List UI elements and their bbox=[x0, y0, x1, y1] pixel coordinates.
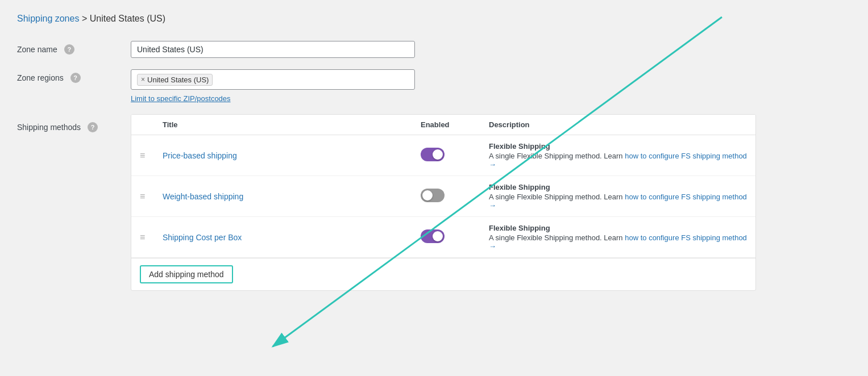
header-enabled: Enabled bbox=[421, 120, 489, 129]
header-drag bbox=[140, 120, 163, 129]
fs-config-link-1[interactable]: how to configure FS shipping method → bbox=[489, 152, 747, 169]
table-row: ≡ Price-based shipping Flexible Shipping bbox=[131, 135, 755, 176]
shipping-methods-help-icon[interactable]: ? bbox=[88, 122, 98, 132]
breadcrumb: Shipping zones > United States (US) bbox=[17, 14, 851, 24]
shipping-zones-link[interactable]: Shipping zones bbox=[17, 14, 79, 23]
zone-name-input[interactable] bbox=[131, 41, 415, 58]
fs-config-link-2[interactable]: how to configure FS shipping method → bbox=[489, 193, 747, 210]
drag-handle-icon[interactable]: ≡ bbox=[140, 151, 163, 161]
header-title: Title bbox=[163, 120, 421, 129]
weight-based-shipping-link[interactable]: Weight-based shipping bbox=[163, 192, 243, 201]
breadcrumb-separator: > bbox=[82, 14, 90, 23]
add-shipping-method-button[interactable]: Add shipping method bbox=[140, 265, 233, 283]
zone-name-content bbox=[131, 41, 851, 58]
table-row: ≡ Shipping Cost per Box Flexible Shippin… bbox=[131, 217, 755, 258]
shipping-methods-content: Title Enabled Description ≡ Price-based … bbox=[131, 114, 851, 291]
region-tag-remove[interactable]: × bbox=[141, 76, 145, 83]
toggle-cell-3 bbox=[421, 229, 489, 245]
toggle-cell-2 bbox=[421, 189, 489, 204]
zone-regions-content: × United States (US) Limit to specific Z… bbox=[131, 69, 851, 103]
shipping-methods-table: Title Enabled Description ≡ Price-based … bbox=[131, 114, 756, 291]
toggle-cost-per-box[interactable] bbox=[421, 229, 445, 243]
zone-name-help-icon[interactable]: ? bbox=[64, 44, 74, 55]
shipping-methods-label: Shipping methods ? bbox=[17, 114, 131, 132]
method-desc-2: Flexible Shipping A single Flexible Ship… bbox=[489, 183, 747, 210]
limit-zip-link[interactable]: Limit to specific ZIP/postcodes bbox=[131, 94, 851, 103]
drag-handle-icon[interactable]: ≡ bbox=[140, 232, 163, 243]
shipping-methods-footer: Add shipping method bbox=[131, 258, 755, 290]
zone-regions-input[interactable]: × United States (US) bbox=[131, 69, 415, 90]
shipping-methods-header: Title Enabled Description bbox=[131, 115, 755, 135]
method-desc-1: Flexible Shipping A single Flexible Ship… bbox=[489, 142, 747, 169]
zone-regions-help-icon[interactable]: ? bbox=[70, 73, 81, 83]
method-desc-3: Flexible Shipping A single Flexible Ship… bbox=[489, 224, 747, 250]
zone-name-label: Zone name ? bbox=[17, 41, 131, 55]
toggle-cell-1 bbox=[421, 148, 489, 163]
method-title-cell: Price-based shipping bbox=[163, 151, 421, 160]
zone-name-row: Zone name ? bbox=[17, 35, 851, 64]
zone-regions-row: Zone regions ? × United States (US) Limi… bbox=[17, 64, 851, 108]
method-title-cell: Shipping Cost per Box bbox=[163, 233, 421, 242]
fs-config-link-3[interactable]: how to configure FS shipping method → bbox=[489, 233, 747, 250]
zone-regions-label: Zone regions ? bbox=[17, 69, 131, 83]
toggle-weight-based[interactable] bbox=[421, 189, 445, 202]
shipping-methods-row: Shipping methods ? Title Enabled Descrip… bbox=[17, 108, 851, 296]
header-description: Description bbox=[489, 120, 747, 129]
breadcrumb-current: United States (US) bbox=[90, 14, 165, 23]
shipping-cost-per-box-link[interactable]: Shipping Cost per Box bbox=[163, 233, 242, 242]
price-based-shipping-link[interactable]: Price-based shipping bbox=[163, 151, 237, 160]
table-row: ≡ Weight-based shipping Flexible Shippin… bbox=[131, 176, 755, 217]
method-title-cell: Weight-based shipping bbox=[163, 192, 421, 201]
drag-handle-icon[interactable]: ≡ bbox=[140, 191, 163, 202]
region-tag: × United States (US) bbox=[137, 74, 213, 86]
toggle-price-based[interactable] bbox=[421, 148, 445, 161]
